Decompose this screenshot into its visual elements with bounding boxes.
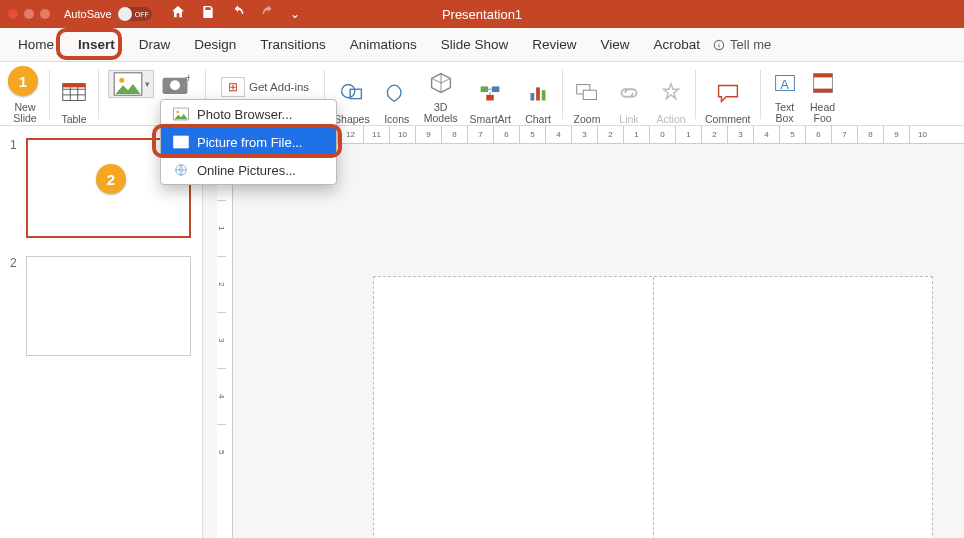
svg-rect-8 [63,84,86,88]
vertical-ruler: 012345 [217,144,233,538]
svg-rect-18 [487,95,495,101]
svg-rect-28 [813,89,832,93]
svg-rect-19 [531,93,535,101]
svg-point-12 [170,80,180,90]
smartart-button[interactable]: SmartArt [464,64,517,125]
thumbnail-number: 2 [10,256,20,270]
close-window-icon[interactable] [8,9,18,19]
screenshot-button[interactable]: + [158,70,192,98]
link-button[interactable]: Link [608,64,650,125]
svg-rect-21 [542,90,546,100]
tab-home[interactable]: Home [6,31,66,58]
svg-point-10 [119,78,124,83]
pictures-dropdown-menu: Photo Browser... Picture from File... On… [160,99,337,185]
table-button[interactable]: Table [53,64,95,125]
tab-draw[interactable]: Draw [127,31,183,58]
tab-transitions[interactable]: Transitions [248,31,338,58]
customize-qat-icon[interactable]: ⌄ [290,7,300,21]
ribbon: New Slide Table ▾ + ⊞ Get Add-ins Add-in… [0,62,964,126]
header-footer-button[interactable]: Head Foo [806,64,840,125]
annotation-badge-1: 1 [8,66,38,96]
photo-browser-item[interactable]: Photo Browser... [161,100,336,128]
svg-rect-27 [813,74,832,78]
ribbon-tabs: Home Insert Draw Design Transitions Anim… [0,28,964,62]
action-button[interactable]: Action [650,64,692,125]
picture-icon [173,107,189,121]
textbox-button[interactable]: A Text Box [764,64,806,125]
quick-access-toolbar: ⌄ [170,4,300,24]
workspace: 1 2 16 15 14 13 12 11 10 9 8 7 6 5 4 3 2… [0,126,964,538]
window-controls[interactable] [8,9,50,19]
tab-review[interactable]: Review [520,31,588,58]
tab-slideshow[interactable]: Slide Show [429,31,521,58]
tell-me[interactable]: Tell me [712,37,771,52]
autosave-label: AutoSave [64,8,112,20]
chart-button[interactable]: Chart [517,64,559,125]
slide-canvas-area[interactable]: 16 15 14 13 12 11 10 9 8 7 6 5 4 3 2 1 0… [203,126,964,538]
tab-insert[interactable]: Insert [66,31,127,58]
tab-view[interactable]: View [588,31,641,58]
svg-point-30 [176,111,179,114]
pictures-button[interactable]: ▾ [108,70,154,98]
svg-rect-16 [481,86,489,92]
comment-button[interactable]: Comment [699,64,757,125]
slide-thumbnail-2[interactable] [26,256,191,356]
save-icon[interactable] [200,4,216,24]
maximize-window-icon[interactable] [40,9,50,19]
annotation-badge-2: 2 [96,164,126,194]
chevron-down-icon: ▾ [145,79,150,89]
globe-icon [173,163,189,177]
svg-rect-17 [492,86,500,92]
picture-icon [113,69,143,99]
tab-design[interactable]: Design [182,31,248,58]
zoom-button[interactable]: Zoom [566,64,608,125]
svg-rect-20 [536,87,540,100]
autosave-toggle[interactable]: OFF [118,7,152,21]
icons-button[interactable]: Icons [376,64,418,125]
get-addins-button[interactable]: ⊞ Get Add-ins [215,77,315,97]
svg-point-14 [342,85,355,98]
svg-text:A: A [780,77,789,92]
camera-icon: + [160,69,190,99]
undo-icon[interactable] [230,4,246,24]
picture-from-file-item[interactable]: Picture from File... [161,128,336,156]
thumbnail-number: 1 [10,138,20,152]
redo-icon[interactable] [260,4,276,24]
online-pictures-item[interactable]: Online Pictures... [161,156,336,184]
slide-canvas[interactable] [373,276,933,538]
svg-text:+: + [185,71,190,85]
title-bar: AutoSave OFF ⌄ Presentation1 [0,0,964,28]
home-icon[interactable] [170,4,186,24]
3d-models-button[interactable]: 3D Models [418,64,464,125]
picture-file-icon [173,135,189,149]
horizontal-ruler: 16 15 14 13 12 11 10 9 8 7 6 5 4 3 2 1 0… [233,126,964,144]
tab-acrobat[interactable]: Acrobat [642,31,713,58]
tab-animations[interactable]: Animations [338,31,429,58]
minimize-window-icon[interactable] [24,9,34,19]
svg-rect-23 [583,90,596,99]
